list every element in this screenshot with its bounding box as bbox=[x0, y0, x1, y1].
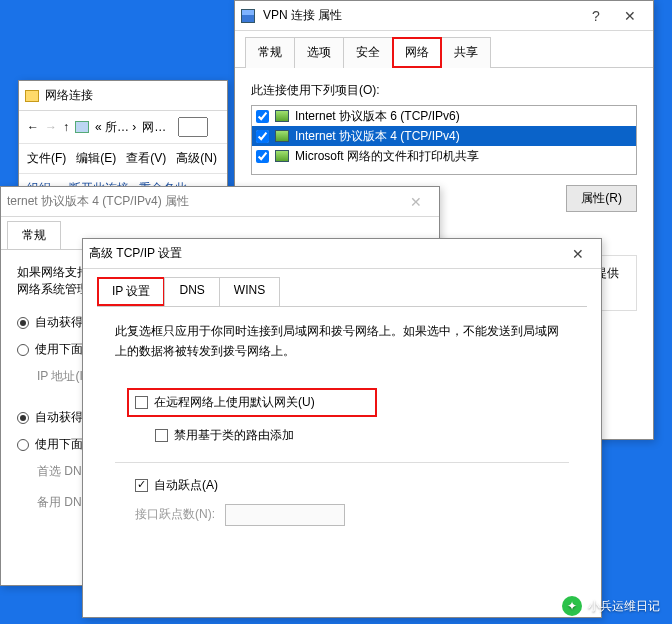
item-label: Internet 协议版本 6 (TCP/IPv6) bbox=[295, 108, 460, 125]
auto-metric-checkbox[interactable] bbox=[135, 479, 148, 492]
item-checkbox[interactable] bbox=[256, 110, 269, 123]
item-checkbox[interactable] bbox=[256, 130, 269, 143]
menu-edit[interactable]: 编辑(E) bbox=[76, 150, 116, 167]
search-input[interactable] bbox=[178, 117, 208, 137]
item-label: Microsoft 网络的文件和打印机共享 bbox=[295, 148, 479, 165]
tab-wins[interactable]: WINS bbox=[219, 277, 280, 306]
remote-gateway-checkbox[interactable] bbox=[135, 396, 148, 409]
tab-dns[interactable]: DNS bbox=[164, 277, 219, 306]
protocol-icon bbox=[275, 130, 289, 142]
advanced-tcpip-window: 高级 TCP/IP 设置 ✕ IP 设置 DNS WINS 此复选框只应用于你同… bbox=[82, 238, 602, 618]
disable-class-route-checkbox[interactable] bbox=[155, 429, 168, 442]
interface-metric-label: 接口跃点数(N): bbox=[135, 506, 215, 523]
tab-general[interactable]: 常规 bbox=[245, 37, 295, 68]
menu-advanced[interactable]: 高级(N) bbox=[176, 150, 217, 167]
list-item[interactable]: Microsoft 网络的文件和打印机共享 bbox=[252, 146, 636, 166]
help-icon[interactable]: ? bbox=[579, 8, 613, 24]
menu-view[interactable]: 查看(V) bbox=[126, 150, 166, 167]
tab-security[interactable]: 安全 bbox=[343, 37, 393, 68]
components-listbox[interactable]: Internet 协议版本 6 (TCP/IPv6) Internet 协议版本… bbox=[251, 105, 637, 175]
close-icon[interactable]: ✕ bbox=[613, 8, 647, 24]
interface-metric-field: 接口跃点数(N): bbox=[135, 504, 569, 526]
folder-icon bbox=[25, 90, 39, 102]
tab-sharing[interactable]: 共享 bbox=[441, 37, 491, 68]
disable-class-route-row[interactable]: 禁用基于类的路由添加 bbox=[155, 427, 569, 444]
item-label: Internet 协议版本 4 (TCP/IPv4) bbox=[295, 128, 460, 145]
window-title: VPN 连接 属性 bbox=[263, 7, 342, 24]
close-icon[interactable]: ✕ bbox=[399, 194, 433, 210]
menu-file[interactable]: 文件(F) bbox=[27, 150, 66, 167]
tab-ip-settings[interactable]: IP 设置 bbox=[97, 277, 165, 306]
remote-gateway-checkbox-row[interactable]: 在远程网络上使用默认网关(U) bbox=[127, 388, 377, 417]
remote-gateway-label: 在远程网络上使用默认网关(U) bbox=[154, 394, 315, 411]
network-connections-window: 网络连接 ← → ↑ « 所… › 网… 文件(F) 编辑(E) 查看(V) 高… bbox=[18, 80, 228, 200]
auto-metric-label: 自动跃点(A) bbox=[154, 477, 218, 494]
nav-back-icon[interactable]: ← bbox=[27, 120, 39, 134]
list-item[interactable]: Internet 协议版本 4 (TCP/IPv4) bbox=[252, 126, 636, 146]
list-item[interactable]: Internet 协议版本 6 (TCP/IPv6) bbox=[252, 106, 636, 126]
breadcrumb-current[interactable]: 网… bbox=[142, 119, 166, 136]
tab-bar: 常规 选项 安全 网络 共享 bbox=[235, 31, 653, 68]
titlebar[interactable]: 网络连接 bbox=[19, 81, 227, 111]
breadcrumb-prefix[interactable]: « 所… › bbox=[95, 119, 136, 136]
disable-class-route-label: 禁用基于类的路由添加 bbox=[174, 427, 294, 444]
titlebar[interactable]: 高级 TCP/IP 设置 ✕ bbox=[83, 239, 601, 269]
close-icon[interactable]: ✕ bbox=[561, 246, 595, 262]
properties-button[interactable]: 属性(R) bbox=[566, 185, 637, 212]
window-title: ternet 协议版本 4 (TCP/IPv4) 属性 bbox=[7, 193, 189, 210]
watermark-text: 小兵运维日记 bbox=[588, 598, 660, 615]
protocol-icon bbox=[275, 110, 289, 122]
window-title: 网络连接 bbox=[45, 87, 93, 104]
titlebar[interactable]: ternet 协议版本 4 (TCP/IPv4) 属性 ✕ bbox=[1, 187, 439, 217]
breadcrumb[interactable]: ← → ↑ « 所… › 网… bbox=[19, 111, 227, 144]
tab-bar: IP 设置 DNS WINS bbox=[83, 269, 601, 306]
vpn-icon bbox=[241, 9, 255, 23]
nav-up-icon[interactable]: ↑ bbox=[63, 120, 69, 134]
tab-general[interactable]: 常规 bbox=[7, 221, 61, 249]
titlebar[interactable]: VPN 连接 属性 ? ✕ bbox=[235, 1, 653, 31]
computer-icon bbox=[75, 121, 89, 133]
wechat-icon: ✦ bbox=[562, 596, 582, 616]
list-label: 此连接使用下列项目(O): bbox=[251, 82, 637, 99]
interface-metric-input bbox=[225, 504, 345, 526]
service-icon bbox=[275, 150, 289, 162]
nav-fwd-icon[interactable]: → bbox=[45, 120, 57, 134]
window-title: 高级 TCP/IP 设置 bbox=[89, 245, 182, 262]
tab-network[interactable]: 网络 bbox=[392, 37, 442, 68]
tab-options[interactable]: 选项 bbox=[294, 37, 344, 68]
menubar: 文件(F) 编辑(E) 查看(V) 高级(N) bbox=[19, 144, 227, 174]
watermark: ✦ 小兵运维日记 bbox=[562, 596, 660, 616]
auto-metric-row[interactable]: 自动跃点(A) bbox=[135, 477, 569, 494]
item-checkbox[interactable] bbox=[256, 150, 269, 163]
note-text: 此复选框只应用于你同时连接到局域网和拨号网络上。如果选中，不能发送到局域网上的数… bbox=[115, 321, 569, 362]
